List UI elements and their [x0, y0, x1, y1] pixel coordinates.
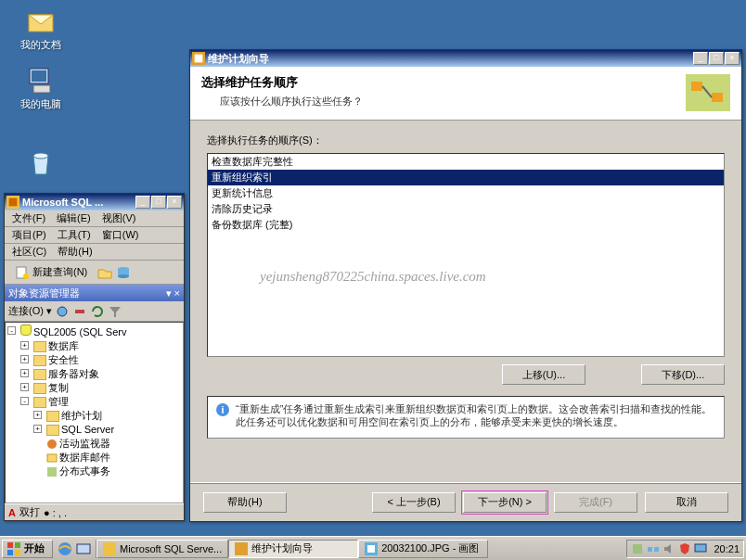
svg-rect-34	[235, 542, 248, 555]
tray-icon[interactable]	[631, 542, 644, 555]
task-item[interactable]: 检查数据库完整性	[208, 154, 724, 170]
svg-rect-27	[7, 542, 13, 548]
tree-replication[interactable]: 复制	[48, 382, 69, 393]
computer-icon	[26, 65, 56, 95]
maximize-button[interactable]: □	[151, 196, 166, 209]
menu-view[interactable]: 视图(V)	[98, 210, 140, 226]
svg-rect-3	[32, 70, 46, 82]
taskbar-item-label: Microsoft SQL Serve...	[120, 543, 222, 554]
desktop-icon-my-documents[interactable]: 我的文档	[13, 6, 69, 52]
menu-edit[interactable]: 编辑(E)	[53, 210, 95, 226]
sql-menubar-3: 社区(C) 帮助(H)	[5, 244, 184, 261]
menu-help[interactable]: 帮助(H)	[54, 244, 96, 260]
tray-clock[interactable]: 20:21	[714, 543, 740, 554]
maintenance-plan-wizard: 维护计划向导 _ □ × 选择维护任务顺序 应该按什么顺序执行这些任务？ 选择执…	[189, 49, 742, 522]
taskbar-item-paint[interactable]: 20032100.JPG - 画图	[358, 540, 488, 558]
refresh-icon[interactable]	[90, 304, 105, 319]
back-button[interactable]: < 上一步(B)	[372, 492, 456, 513]
tree-activity-monitor[interactable]: 活动监视器	[59, 438, 110, 449]
taskbar: 开始 Microsoft SQL Serve... 维护计划向导 2003210…	[0, 536, 746, 560]
tree-sql-server[interactable]: SQL Server	[61, 424, 114, 435]
tree-security[interactable]: 安全性	[48, 354, 79, 365]
menu-community[interactable]: 社区(C)	[8, 244, 50, 260]
desktop-icon-recycle-bin[interactable]	[13, 148, 69, 181]
connect-label[interactable]: 连接(O)	[8, 304, 44, 318]
show-desktop-icon[interactable]	[75, 541, 92, 557]
tree-toggle[interactable]: +	[33, 411, 42, 419]
svg-point-13	[58, 307, 67, 316]
next-button[interactable]: 下一步(N) >	[463, 492, 547, 513]
taskbar-item-label: 维护计划向导	[251, 541, 313, 555]
svg-rect-18	[47, 467, 57, 477]
menu-project[interactable]: 项目(P)	[8, 227, 50, 243]
menu-tools[interactable]: 工具(T)	[54, 227, 95, 243]
minimize-button[interactable]: _	[135, 196, 150, 209]
filter-icon[interactable]	[108, 304, 122, 319]
svg-rect-30	[15, 550, 20, 555]
wizard-header: 选择维护任务顺序 应该按什么顺序执行这些任务？	[190, 67, 741, 121]
sql-app-icon	[103, 542, 116, 555]
task-item-selected[interactable]: 重新组织索引	[208, 170, 724, 185]
minimize-button[interactable]: _	[693, 52, 708, 65]
disconnect-icon[interactable]	[72, 304, 87, 319]
db-icon[interactable]	[116, 265, 131, 280]
connect-icon[interactable]	[55, 304, 70, 319]
cancel-button[interactable]: 取消	[645, 492, 728, 513]
menu-window[interactable]: 窗口(W)	[98, 227, 143, 243]
close-button[interactable]: ×	[167, 196, 182, 209]
tree-root[interactable]: SQL2005 (SQL Serv	[33, 326, 126, 337]
tree-management[interactable]: 管理	[48, 396, 69, 407]
wizard-icon	[192, 52, 205, 65]
tree-server-objects[interactable]: 服务器对象	[48, 368, 99, 379]
tree-toggle[interactable]: +	[20, 369, 29, 377]
new-query-icon	[15, 265, 30, 280]
close-button[interactable]: ×	[725, 52, 740, 65]
ie-icon[interactable]	[57, 541, 73, 557]
info-icon: i	[215, 402, 230, 417]
tree-toggle[interactable]: +	[20, 355, 29, 363]
tree-toggle[interactable]: +	[20, 383, 29, 391]
new-query-button[interactable]: 新建查询(N)	[8, 263, 94, 282]
svg-rect-17	[47, 454, 57, 462]
status-toggle[interactable]: 双打	[19, 505, 40, 519]
svg-rect-41	[695, 544, 706, 552]
task-order-listbox[interactable]: 检查数据库完整性 重新组织索引 更新统计信息 清除历史记录 备份数据库 (完整)	[207, 153, 725, 357]
tray-volume-icon[interactable]	[662, 542, 675, 555]
start-button[interactable]: 开始	[2, 540, 53, 558]
tray-shield-icon[interactable]	[678, 542, 691, 555]
move-down-button[interactable]: 下移(D)...	[641, 364, 725, 385]
tree-maint-plans[interactable]: 维护计划	[61, 410, 102, 421]
svg-rect-4	[33, 85, 50, 93]
svg-marker-40	[664, 544, 671, 554]
tree-dtx[interactable]: 分布式事务	[59, 465, 110, 477]
object-explorer-tree[interactable]: -SQL2005 (SQL Serv +数据库 +安全性 +服务器对象 +复制 …	[5, 322, 184, 503]
menu-file[interactable]: 文件(F)	[8, 210, 49, 226]
tray-network-icon[interactable]	[647, 542, 660, 555]
open-icon[interactable]	[97, 265, 112, 280]
wizard-titlebar[interactable]: 维护计划向导 _ □ ×	[190, 50, 741, 67]
task-item[interactable]: 备份数据库 (完整)	[208, 217, 724, 233]
sql-titlebar[interactable]: Microsoft SQL ... _ □ ×	[5, 194, 184, 210]
desktop-icon-label: 我的文档	[13, 38, 69, 52]
tree-toggle[interactable]: -	[7, 326, 16, 335]
tree-toggle[interactable]: -	[20, 397, 29, 405]
tray-monitor-icon[interactable]	[694, 542, 707, 555]
desktop-icon-my-computer[interactable]: 我的电脑	[13, 65, 69, 111]
svg-rect-37	[633, 544, 642, 554]
taskbar-item-wizard[interactable]: 维护计划向导	[228, 540, 358, 558]
svg-rect-38	[648, 547, 652, 552]
tree-databases[interactable]: 数据库	[48, 340, 79, 351]
help-button[interactable]: 帮助(H)	[203, 492, 287, 513]
wizard-header-sub: 应该按什么顺序执行这些任务？	[201, 95, 686, 108]
maximize-button[interactable]: □	[709, 52, 724, 65]
pane-pin-icon[interactable]: ▾ ×	[166, 287, 180, 299]
quick-launch	[53, 540, 96, 558]
task-item[interactable]: 清除历史记录	[208, 201, 724, 217]
move-up-button[interactable]: 上移(U)...	[502, 364, 585, 385]
tree-toggle[interactable]: +	[20, 341, 29, 350]
tree-db-mail[interactable]: 数据库邮件	[59, 452, 110, 463]
svg-rect-36	[367, 545, 375, 553]
tree-toggle[interactable]: +	[33, 425, 42, 433]
taskbar-item-sql[interactable]: Microsoft SQL Serve...	[96, 540, 228, 558]
task-item[interactable]: 更新统计信息	[208, 185, 724, 201]
